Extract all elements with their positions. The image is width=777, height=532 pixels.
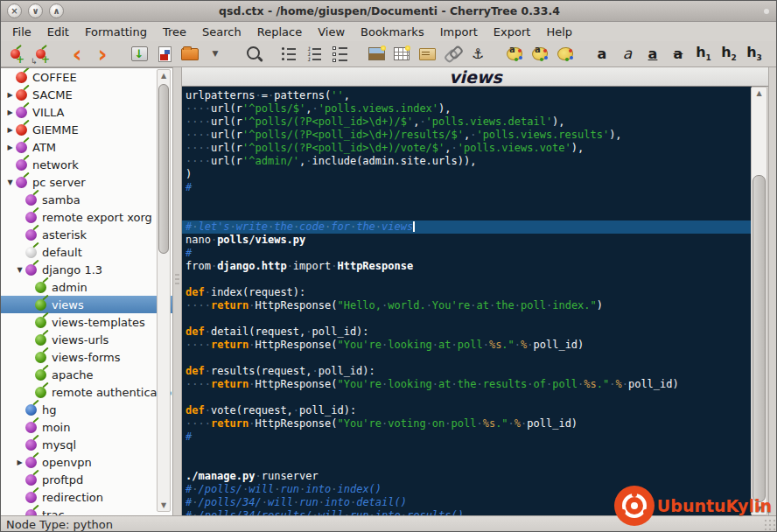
tree-node-trac[interactable]: trac [1,506,172,515]
tree-node-mysql[interactable]: mysql [1,436,172,453]
code-line: ····url(r'^polls/(?P<poll_id>\d+)/result… [182,129,752,142]
tree-node-label: apache [52,368,94,382]
add-node-icon[interactable]: + [4,44,25,65]
tree-node-redirection[interactable]: redirection [1,488,172,506]
tree-node-django-1-3[interactable]: ▼django 1.3 [1,261,172,278]
tree-node-label: trac [42,508,65,516]
scroll-up-icon[interactable]: ▲ [158,70,170,81]
tree-node-views[interactable]: views [1,296,172,313]
menu-view[interactable]: View [310,24,353,40]
numbered-list-icon[interactable]: 111 [304,44,325,65]
expander-collapsed-icon[interactable]: ▶ [4,108,16,116]
go-back-icon[interactable]: ‹ [66,44,88,65]
find-icon[interactable] [242,44,262,65]
cherry-green-icon [35,352,46,363]
tree-node-atm[interactable]: ▶ATM [1,138,172,156]
tree-node-pc-server[interactable]: ▼pc server [1,173,172,191]
insert-link-icon[interactable] [442,44,463,65]
small-icon[interactable]: s [769,44,777,65]
tree-node-coffee[interactable]: COFFEE [1,68,172,86]
tree-node-views-urls[interactable]: views-urls [1,331,172,348]
tree-node-remote-authentication[interactable]: remote authentication [1,383,172,401]
expander-collapsed-icon[interactable]: ▶ [4,126,16,134]
tree-node-moin[interactable]: moin [1,418,172,436]
tree-node-network[interactable]: network [1,156,172,173]
menu-export[interactable]: Export [486,24,539,40]
scroll-down-icon[interactable]: ▼ [158,500,170,511]
minimize-button[interactable]: ∨ [28,4,43,18]
menu-bookmarks[interactable]: Bookmarks [353,24,432,40]
menu-formatting[interactable]: Formatting [77,24,155,40]
tree-scrollbar-thumb[interactable] [158,84,169,254]
pane-splitter[interactable] [172,67,182,515]
insert-anchor-icon[interactable]: ⚓ [467,44,488,65]
expander-collapsed-icon[interactable]: ▶ [14,458,25,466]
export-icon[interactable] [179,44,200,65]
tree-node-asterisk[interactable]: asterisk [1,226,172,243]
h1-icon[interactable]: h1 [693,44,714,65]
menu-replace[interactable]: Replace [249,24,310,40]
tree-scrollbar[interactable]: ▲ ▼ [157,69,171,512]
tree-node-remote-export-xorg[interactable]: remote export xorg [1,208,172,226]
tree-node-label: COFFEE [32,71,77,84]
tree-node-villa[interactable]: ▶VILLA [1,103,172,121]
h2-icon[interactable]: h2 [718,44,739,65]
add-subnode-icon[interactable]: +↳ [30,44,51,65]
node-tree-panel[interactable]: COFFEE▶SACME▶VILLA▶GIEMME▶ATMnetwork▼pc … [1,67,172,515]
h3-icon[interactable]: h3 [744,44,765,65]
tree-node-label: asterisk [42,228,87,242]
cherry-green-icon [35,282,46,293]
menu-import[interactable]: Import [432,24,486,40]
code-line: # [182,247,752,260]
menu-search[interactable]: Search [194,24,249,40]
italic-icon[interactable]: a [617,44,638,65]
tree-node-giemme[interactable]: ▶GIEMME [1,121,172,138]
save-icon[interactable]: ↓ [129,44,150,65]
insert-codebox-icon[interactable] [416,44,438,65]
tree-node-label: admin [52,281,88,294]
close-button[interactable]: × [7,4,22,18]
todo-list-icon[interactable] [329,44,350,65]
insert-table-icon[interactable] [391,44,412,65]
menu-file[interactable]: File [4,24,39,40]
tree-node-label: views-templates [52,316,145,329]
expander-collapsed-icon[interactable]: ▶ [4,91,16,99]
format-clear-icon[interactable] [555,44,576,65]
tree-node-samba[interactable]: samba [1,191,172,208]
tree-node-views-templates[interactable]: views-templates [1,313,172,331]
tree-node-hg[interactable]: hg [1,401,172,418]
tree-node-views-forms[interactable]: views-forms [1,348,172,366]
scroll-up-icon[interactable]: ▲ [752,88,766,99]
expander-expanded-icon[interactable]: ▼ [4,178,16,186]
tree-node-proftpd[interactable]: proftpd [1,471,172,488]
export-dropdown-icon[interactable]: ▼ [205,44,226,65]
editor-scrollbar-thumb[interactable] [752,175,766,502]
underline-icon[interactable]: a [642,44,663,65]
export-pdf-icon[interactable] [154,44,175,65]
menu-edit[interactable]: Edit [39,24,77,40]
tree-node-admin[interactable]: admin [1,278,172,296]
tree-node-openvpn[interactable]: ▶openvpn [1,453,172,471]
cherry-green-icon [35,387,46,398]
format-text-icon[interactable]: a [529,44,550,65]
titlebar[interactable]: ×∨∧qsd.ctx - /home/giuspen/Documenti - C… [1,1,777,22]
code-line [182,444,752,457]
bold-icon[interactable]: a [592,44,612,65]
tree-node-default[interactable]: default [1,243,172,261]
expander-collapsed-icon[interactable]: ▶ [4,144,16,151]
window-title: qsd.ctx - /home/giuspen/Documenti - Cher… [1,4,777,18]
format-latest-icon[interactable]: a [504,44,525,65]
tree-node-sacme[interactable]: ▶SACME [1,86,172,103]
tree-node-apache[interactable]: apache [1,366,172,383]
cherry-purple-icon [25,509,37,516]
strikethrough-icon[interactable]: a [668,44,689,65]
editor-scrollbar[interactable]: ▲ ▼ [751,87,767,515]
menu-tree[interactable]: Tree [155,24,194,40]
expander-expanded-icon[interactable]: ▼ [14,266,25,274]
insert-image-icon[interactable] [366,44,387,65]
menu-help[interactable]: Help [538,24,580,40]
go-forward-icon[interactable]: › [92,44,113,65]
maximize-button[interactable]: ∧ [49,4,64,18]
code-editor[interactable]: urlpatterns·=·patterns('',····url(r'^pol… [182,87,752,515]
bullet-list-icon[interactable] [278,44,299,65]
